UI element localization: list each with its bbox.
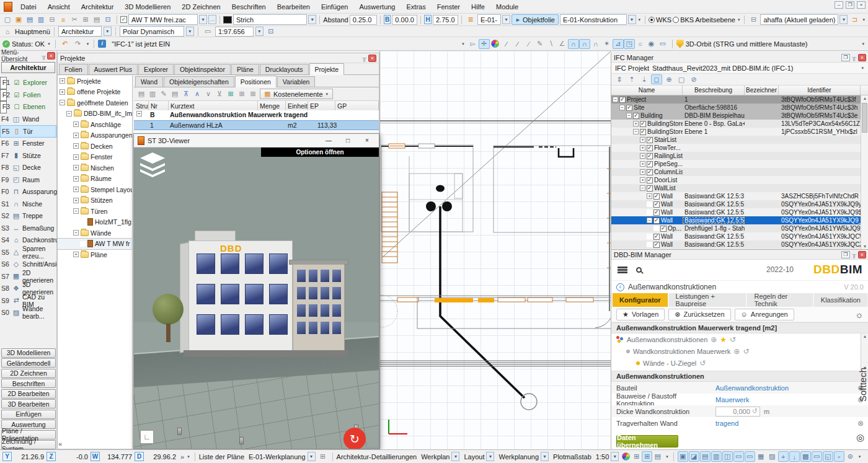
profile-dropdown-icon[interactable]: ▾ — [839, 15, 848, 24]
visibility-checkbox[interactable] — [647, 185, 653, 192]
config-tree-child[interactable]: Wandkonstruktionen Mauerwerk ⊕ ↺ — [611, 345, 868, 357]
history-icon[interactable]: ↺ — [730, 335, 736, 344]
subtab[interactable]: Variablen — [277, 76, 316, 87]
status-caret-icon[interactable]: ▾ — [48, 42, 50, 46]
sidebar-item-aussparung[interactable]: F0 ⊓ Aussparung — [0, 186, 56, 198]
pin-icon[interactable]: ╥ — [362, 55, 366, 61]
Building[interactable]: − Building DBD-BIM Beispielhaus 3tBQWfoO… — [611, 112, 861, 120]
tree-row[interactable]: + Stempel Layout — [58, 184, 132, 195]
overflow-caret-icon[interactable]: ▾ — [862, 42, 864, 46]
plot-device-icon[interactable]: ⊡ — [102, 15, 113, 25]
tree-row[interactable]: − geöffnete Dateien — [58, 97, 132, 108]
sidebar-item-raum[interactable]: F9 ◰ Raum — [0, 174, 56, 186]
eyedropper-icon[interactable]: ✎ — [534, 39, 546, 49]
overflow-caret-icon[interactable]: ▾ — [862, 17, 865, 22]
panel-tab[interactable]: Drucklayouts — [260, 64, 309, 74]
paste-icon[interactable]: ▤ — [91, 15, 102, 25]
plane-select-icon[interactable]: ◳ — [624, 39, 635, 49]
layer-dropdown-icon[interactable]: ▾ — [502, 15, 510, 24]
expander-icon[interactable]: + — [73, 198, 79, 203]
subtab[interactable]: Positionen — [235, 76, 277, 87]
overflow-caret-icon[interactable]: ▾ — [738, 17, 740, 22]
expand-branch-icon[interactable]: ⇣ — [639, 74, 650, 84]
line-style-dropdown-icon[interactable]: ▾ — [308, 15, 316, 24]
expander-icon[interactable]: − — [647, 218, 652, 223]
sidebar-item-wand[interactable]: F4 ◫ Wand — [0, 113, 56, 126]
StairList[interactable]: + StairList — [611, 136, 861, 144]
drawing-canvas[interactable] — [379, 51, 611, 449]
dbd-close-icon[interactable]: × — [858, 251, 866, 258]
grid-icon[interactable]: ▦ — [756, 451, 766, 462]
redo-icon[interactable]: ↷ — [73, 39, 84, 49]
scale-dropdown-icon[interactable]: ▾ — [255, 27, 264, 36]
select-arrow-icon[interactable]: ▻ — [467, 39, 479, 49]
bauweise-value-link[interactable]: Mauerwerk — [715, 396, 857, 403]
context-dropdown-icon[interactable]: ▾ — [104, 27, 112, 36]
plaene-value[interactable]: E-01-Werkplanung — [249, 453, 306, 461]
line-pen-icon[interactable]: ∕ — [501, 39, 512, 49]
Wall[interactable]: Wall Basiswand:GK 12.5:5... 0SQYYex0n4JA… — [611, 232, 861, 240]
jump-last-icon[interactable]: ⊻ — [214, 89, 225, 99]
expander-icon[interactable]: − — [626, 113, 632, 118]
screen-icon[interactable]: ▭ — [657, 39, 668, 49]
expander-icon[interactable]: + — [640, 161, 645, 167]
category-button[interactable]: Einfügen — [1, 410, 56, 419]
pin-icon[interactable]: ╥ — [42, 53, 46, 60]
scroll-up-icon[interactable]: ▲ — [863, 334, 867, 338]
wks-radio[interactable] — [649, 17, 655, 23]
context-combo[interactable]: Architektur — [58, 26, 102, 37]
tree-row[interactable]: + Nischen — [58, 162, 132, 174]
menu-item[interactable]: Datei — [15, 1, 42, 12]
hamburger-menu-icon[interactable] — [618, 267, 627, 273]
expander-icon[interactable]: + — [73, 252, 79, 257]
objektfolie-button[interactable]: ► Objektfolie — [512, 14, 559, 25]
tree-row[interactable]: AW T MW fr — [58, 239, 132, 250]
visibility-checkbox[interactable] — [653, 193, 660, 200]
visibility-checkbox[interactable] — [647, 177, 653, 183]
tree-row[interactable]: + offene Projekte — [58, 87, 132, 98]
expander-icon[interactable]: + — [73, 187, 79, 192]
zac-combo[interactable]: AW T MW frei.zac — [128, 14, 198, 25]
viewer-titlebar[interactable]: ST 3D-Viewer — □ × — [134, 134, 379, 148]
plot-value[interactable]: 1:50 — [596, 453, 609, 461]
sidebar-item-explorer[interactable]: F1 ☑ Explorer — [0, 77, 7, 89]
direction-down-icon[interactable]: ↓ — [789, 451, 800, 462]
jump-down-icon[interactable]: ∨ — [203, 89, 214, 99]
history-clock-icon[interactable]: ⊚ — [845, 451, 856, 462]
expander-icon[interactable]: + — [73, 176, 79, 182]
category-button[interactable]: Zeichnung / System — [1, 440, 56, 449]
tragverhalten-value-link[interactable]: tragend — [715, 420, 857, 427]
expander-icon[interactable]: + — [640, 137, 645, 143]
ifc-project-dropdown-icon[interactable]: ▾ — [861, 66, 864, 71]
expander-icon[interactable]: + — [73, 133, 79, 138]
dbd-tab[interactable]: Regeln der Technik — [747, 293, 812, 307]
copy-element-icon[interactable]: ⊞ — [236, 89, 247, 99]
panel-tab[interactable]: Objektinspektor — [174, 64, 231, 74]
sidebar-item-bemassung[interactable]: S3 ↔ Bemaßung — [0, 222, 56, 234]
hatch-icon[interactable]: ▨ — [767, 451, 777, 462]
pen-color-swatch[interactable] — [223, 16, 232, 24]
viewer-minimize-button[interactable]: — — [321, 135, 337, 146]
FlowTer...[interactable]: + FlowTer... — [611, 144, 861, 152]
visibility-checkbox[interactable] — [647, 153, 653, 159]
isolate-icon[interactable]: ▢ — [676, 74, 687, 84]
expander-icon[interactable]: + — [647, 193, 652, 199]
sidebar-item-sparren[interactable]: S5 △ Sparren erzeu... — [0, 246, 56, 258]
daten-uebernehmen-button[interactable]: Daten übernehmen — [616, 435, 678, 448]
snap-mode-combo[interactable]: Polar Dynamisch — [120, 26, 184, 37]
plaene-dropdown-icon[interactable]: ▾ — [308, 452, 316, 461]
layout-dropdown-icon[interactable]: ▾ — [486, 452, 494, 461]
menu-item[interactable]: Fenster — [432, 1, 466, 12]
print-icon[interactable]: ⊟ — [46, 15, 58, 25]
expander-icon[interactable]: + — [73, 154, 79, 160]
BuildingStorey[interactable]: + BuildingStorey Ebene 0 - Bsp. GaLa+...… — [611, 120, 861, 128]
Site[interactable]: − Site Oberfläche:598816 3tBQWfoOb5fRMsT… — [611, 104, 861, 112]
notes-icon[interactable]: ≡ — [58, 15, 69, 25]
ifc-close-icon[interactable]: × — [858, 54, 866, 61]
hide-icon[interactable]: ⊘ — [688, 74, 699, 84]
sidebar-item-decke[interactable]: F8 ◱ Decke — [0, 162, 56, 174]
config-tree-leaf[interactable]: Wände - U-Ziegel ↺ — [611, 357, 868, 369]
tree-row[interactable]: HolzMT_1flg — [58, 217, 132, 228]
Wall[interactable]: + Wall Basiswand:GK 12.5:3... 3ASZHC5Bj5… — [611, 192, 861, 200]
paste-element-icon[interactable]: ⊞ — [247, 89, 259, 99]
